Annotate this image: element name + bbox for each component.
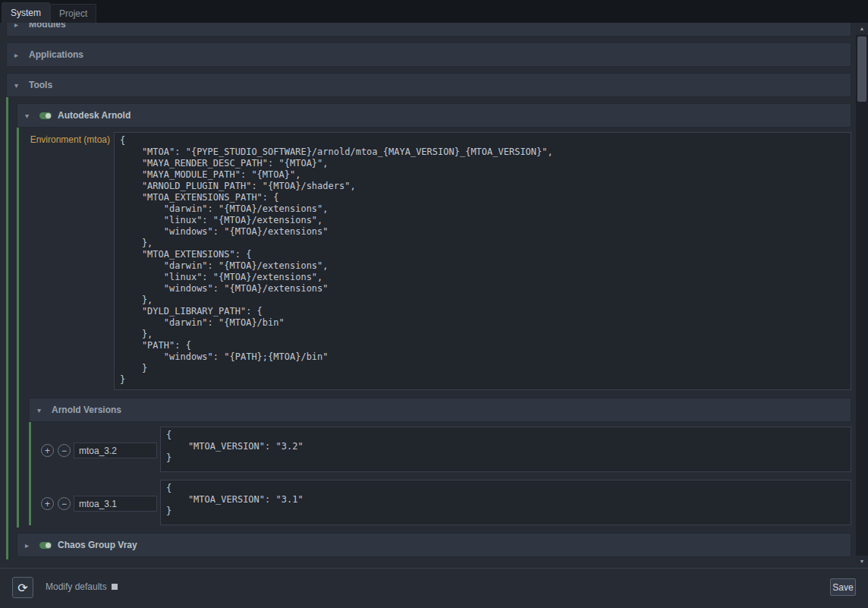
- arnold-group-accent-bar: [17, 103, 19, 528]
- version-value-editor[interactable]: { "MTOA_VERSION": "3.1" }: [160, 480, 851, 525]
- tools-group-accent-bar: [6, 73, 8, 559]
- arnold-versions-label: Arnold Versions: [52, 405, 121, 415]
- section-modules-label: Modules: [29, 23, 66, 30]
- scrollbar-thumb[interactable]: [857, 36, 866, 102]
- chevron-down-icon: ▾: [37, 406, 46, 414]
- chevron-right-icon: ▸: [25, 541, 33, 550]
- section-tools-header[interactable]: ▾ Tools: [6, 73, 851, 97]
- version-name-input[interactable]: [74, 496, 157, 512]
- section-modules-header[interactable]: ▸ Modules: [6, 23, 851, 36]
- toggle-knob-icon: [46, 543, 51, 548]
- refresh-button[interactable]: ⟳: [12, 577, 33, 598]
- footer-bar: ⟳ Modify defaults Save: [0, 568, 868, 608]
- chevron-right-icon: ▸: [14, 51, 23, 59]
- save-button[interactable]: Save: [830, 578, 856, 596]
- tab-system[interactable]: System: [2, 2, 50, 23]
- arnold-group-title: Autodesk Arnold: [58, 110, 131, 121]
- add-version-button[interactable]: +: [41, 444, 54, 457]
- section-tools-label: Tools: [29, 80, 52, 90]
- version-name-input[interactable]: [74, 443, 157, 458]
- settings-scroll-area: ▸ Modules ▸ Applications ▾ Tools ▾ Autod…: [0, 23, 856, 568]
- scroll-up-button[interactable]: ▲: [856, 23, 868, 35]
- arnold-enabled-toggle[interactable]: [39, 112, 52, 119]
- remove-version-button[interactable]: −: [58, 497, 71, 510]
- environment-mtoa-label: Environment (mtoa): [15, 134, 110, 145]
- chevron-down-icon: ▾: [14, 81, 23, 90]
- add-version-button[interactable]: +: [41, 497, 54, 510]
- remove-version-button[interactable]: −: [58, 444, 71, 457]
- vray-group-header[interactable]: ▸ Chaos Group Vray: [17, 533, 851, 557]
- arnold-versions-header[interactable]: ▾ Arnold Versions: [29, 398, 851, 422]
- environment-mtoa-editor[interactable]: { "MTOA": "{PYPE_STUDIO_SOFTWARE}/arnold…: [114, 132, 851, 390]
- tab-project[interactable]: Project: [50, 4, 96, 23]
- refresh-icon: ⟳: [17, 581, 27, 594]
- settings-window: System Project ▸ Modules ▸ Applications …: [0, 0, 868, 608]
- tab-bar: System Project: [0, 0, 868, 23]
- vray-enabled-toggle[interactable]: [39, 542, 52, 549]
- vray-group-title: Chaos Group Vray: [58, 540, 137, 550]
- vertical-scrollbar[interactable]: ▲ ▼: [856, 23, 868, 568]
- modify-defaults-checkbox[interactable]: [112, 584, 118, 590]
- toggle-knob-icon: [46, 113, 51, 118]
- chevron-down-icon: ▾: [25, 112, 33, 120]
- modify-defaults-label: Modify defaults: [46, 581, 107, 592]
- arnold-group-header[interactable]: ▾ Autodesk Arnold: [17, 103, 851, 128]
- scroll-down-button[interactable]: ▼: [856, 556, 868, 568]
- version-value-editor[interactable]: { "MTOA_VERSION": "3.2" }: [160, 427, 851, 472]
- section-applications-label: Applications: [29, 49, 83, 60]
- section-applications-header[interactable]: ▸ Applications: [6, 43, 851, 67]
- chevron-right-icon: ▸: [14, 23, 23, 29]
